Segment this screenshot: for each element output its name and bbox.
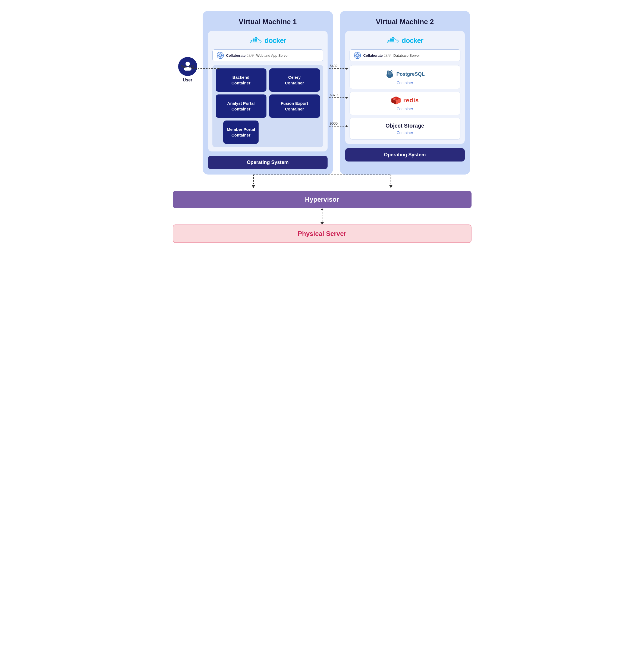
svg-rect-13 [251, 40, 252, 42]
vm1-csap-labels: Collaborate CSAP Web and App Server [226, 53, 289, 57]
vm1-csap-bar: Collaborate CSAP Web and App Server [212, 49, 323, 61]
vms-row: Virtual Machine 1 [203, 11, 472, 175]
page-container: User Port 443 5432 [173, 11, 472, 243]
svg-rect-28 [392, 40, 394, 42]
svg-point-32 [397, 40, 397, 41]
hypervisor-section: Hypervisor [173, 191, 472, 208]
redis-name: redis [403, 97, 419, 104]
svg-marker-49 [251, 185, 255, 188]
vm2-docker-area: docker [345, 31, 465, 144]
redis-container-label: Container [397, 107, 413, 111]
vm1-csap-name: Collaborate [226, 53, 246, 57]
vm2-os-bar: Operating System [345, 148, 465, 162]
user-column: User [173, 11, 203, 83]
vm2-db-containers: PostgreSQL Container [350, 65, 460, 139]
vm1-container-celery: CeleryContainer [269, 69, 320, 92]
postgresql-container-label: Container [397, 81, 413, 85]
vm2-csap-desc: Database Server [393, 53, 420, 57]
top-area: User Port 443 5432 [173, 11, 472, 175]
hypervisor-bar: Hypervisor [173, 191, 472, 208]
vm2-csap-name: Collaborate [363, 53, 383, 57]
svg-rect-18 [255, 37, 257, 38]
physical-server-bar: Physical Server [173, 224, 472, 243]
vm2-redis-container: redis Container [350, 92, 460, 115]
vm1-containers-grid: BackendContainer CeleryContainer Analyst… [216, 69, 320, 144]
redis-cube-icon [391, 96, 401, 105]
vm1-box: Virtual Machine 1 [203, 11, 333, 175]
port-label: Port 443 [181, 64, 194, 69]
svg-rect-27 [390, 40, 392, 42]
vm2-box: Virtual Machine 2 [340, 11, 470, 175]
vm1-container-analyst: Analyst PortalContainer [216, 94, 267, 118]
postgresql-logo: PostgreSQL [385, 69, 425, 79]
object-storage-name: Object Storage [386, 123, 424, 129]
vm1-container-member: Member PortalContainer [223, 121, 258, 144]
svg-rect-29 [390, 39, 392, 40]
vm2-csap-bar: Collaborate CSAP Database Server [350, 49, 460, 61]
svg-rect-14 [253, 40, 254, 42]
vm-to-hypervisor-arrows [173, 175, 472, 191]
vm1-docker-area: docker [208, 31, 328, 152]
vm2-csap-sub: CSAP [384, 54, 391, 57]
svg-point-43 [391, 73, 391, 74]
vms-wrapper: Port 443 5432 6379 [203, 11, 472, 175]
vm1-title: Virtual Machine 1 [208, 18, 328, 26]
bidirectional-arrow-svg [295, 208, 349, 224]
docker-whale-icon [249, 36, 263, 45]
redis-logo: redis [391, 96, 419, 105]
vm2-docker-label: docker [402, 36, 423, 45]
user-label: User [183, 78, 193, 83]
svg-rect-15 [255, 40, 257, 42]
postgresql-name: PostgreSQL [396, 72, 425, 77]
svg-rect-31 [392, 37, 394, 38]
svg-point-42 [389, 73, 389, 74]
vm1-docker-label: docker [265, 36, 286, 45]
svg-marker-54 [321, 208, 324, 210]
svg-marker-51 [389, 185, 393, 188]
vm2-object-storage-container: Object Storage Container [350, 118, 460, 139]
vm2-csap-labels: Collaborate CSAP Database Server [363, 53, 420, 57]
svg-point-19 [259, 40, 260, 41]
down-arrows-svg [173, 175, 472, 191]
vm1-containers-wrapper: BackendContainer CeleryContainer Analyst… [212, 65, 323, 147]
vm1-docker-logo: docker [212, 36, 323, 45]
vm2-docker-logo: docker [350, 36, 460, 45]
svg-rect-26 [388, 40, 390, 42]
csap-icon-vm1 [216, 52, 224, 59]
vm1-os-bar: Operating System [208, 156, 328, 169]
main-layout: User Port 443 5432 [173, 11, 472, 243]
vm1-container-fusion: Fusion ExportContainer [269, 94, 320, 118]
vm2-postgresql-container: PostgreSQL Container [350, 65, 460, 89]
postgresql-elephant-icon [385, 69, 395, 79]
svg-marker-55 [321, 222, 324, 224]
svg-rect-16 [253, 39, 254, 40]
hypervisor-to-physical-arrows [173, 208, 472, 224]
physical-server-section: Physical Server [173, 224, 472, 243]
csap-icon-vm2 [354, 52, 361, 59]
vm1-csap-desc: Web and App Server [256, 53, 289, 57]
svg-point-41 [388, 72, 392, 75]
object-storage-container-label: Container [397, 131, 413, 135]
docker-whale-icon-2 [387, 36, 400, 45]
postgresql-text-group: PostgreSQL [396, 72, 425, 77]
vm2-title: Virtual Machine 2 [345, 18, 465, 26]
vm1-container-backend: BackendContainer [216, 69, 267, 92]
vm1-csap-sub: CSAP [247, 54, 254, 57]
